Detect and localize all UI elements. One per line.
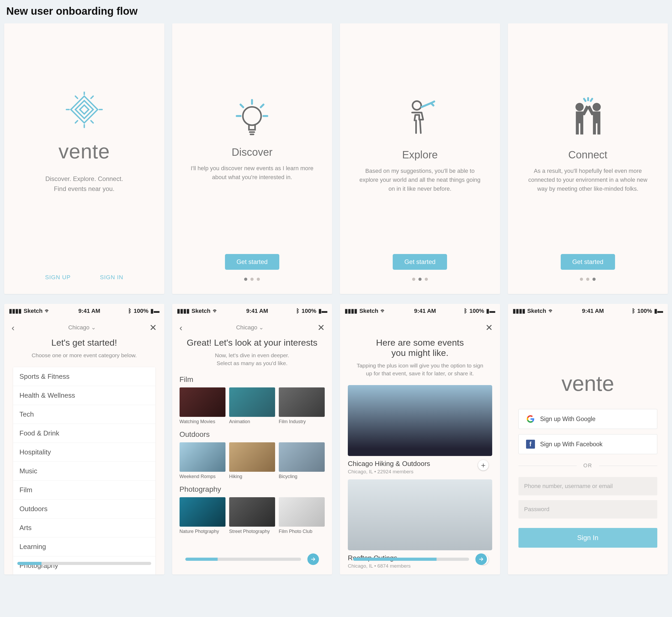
battery-icon: ▮▬ [318,307,327,315]
signal-icon: ▮▮▮▮ [345,307,357,315]
category-item[interactable]: Outdoors [13,499,155,519]
screen-connect: Connect As a result, you'll hopefully fe… [508,23,668,294]
page-dots [244,278,260,281]
event-meta: Chicago, IL • 22924 members [348,469,492,475]
brand-logo [62,92,106,136]
page-dots [412,278,428,281]
category-item[interactable]: Learning [13,538,155,556]
bluetooth-icon: ᛒ [296,307,300,315]
page-title: New user onboarding flow [0,3,672,23]
interest-tile[interactable]: Hiking [229,442,275,479]
username-field[interactable] [519,477,658,495]
screen-welcome: vente Discover. Explore. Connect. Find e… [4,23,164,294]
step-subtitle: Choose one or more event category below. [4,352,164,359]
interest-group-title: Photography [180,485,325,493]
step-subtitle: Tapping the plus icon will give you the … [340,362,500,378]
interest-tile[interactable]: Watching Movies [180,387,226,424]
event-card[interactable]: ＋ Chicago Hiking & Outdoors Chicago, IL … [348,385,492,475]
interest-group-title: Film [180,375,325,384]
screen-discover: Discover I'll help you discover new even… [172,23,332,294]
category-item[interactable]: Health & Wellness [13,386,155,405]
interest-tile[interactable]: Weekend Romps [180,442,226,479]
wifi-icon: ᯤ [45,307,50,315]
chevron-down-icon: ⌄ [259,324,264,331]
category-item[interactable]: Music [13,462,155,481]
progress-bar [185,558,301,561]
status-bar: ▮▮▮▮Sketchᯤ 9:41 AM ᛒ100%▮▬ [4,304,164,316]
svg-point-6 [412,101,421,110]
back-icon[interactable]: ‹ [12,325,14,330]
status-bar: ▮▮▮▮Sketchᯤ 9:41 AM ᛒ100%▮▬ [508,304,668,316]
interest-tile[interactable]: Animation [229,387,275,424]
screen-events: ▮▮▮▮Sketchᯤ 9:41 AM ᛒ100%▮▬ ✕ Here are s… [340,304,500,575]
explorer-icon [400,97,440,142]
svg-point-0 [243,107,261,125]
wifi-icon: ᯤ [380,307,386,315]
battery-icon: ▮▬ [150,307,159,315]
tagline: Discover. Explore. Connect. Find events … [45,174,123,194]
svg-line-9 [584,99,586,101]
category-item[interactable]: Tech [13,405,155,424]
back-icon[interactable]: ‹ [180,325,183,330]
svg-line-11 [591,99,593,101]
interest-tile[interactable]: Street Photography [229,497,275,534]
page-dots [580,278,596,281]
screen-signin: ▮▮▮▮Sketchᯤ 9:41 AM ᛒ100%▮▬ vente Sign u… [508,304,668,575]
interest-tile[interactable]: Bicycling [279,442,325,479]
next-button[interactable] [307,554,319,565]
signin-link[interactable]: SIGN IN [100,274,123,281]
city-picker[interactable]: Chicago ⌄ [236,324,264,331]
battery-icon: ▮▬ [486,307,495,315]
category-item[interactable]: Sports & Fitness [13,367,155,386]
interest-tile[interactable]: Nature Photgraphy [180,497,226,534]
wifi-icon: ᯤ [213,307,219,315]
get-started-button[interactable]: Get started [225,254,279,270]
progress-bar [353,558,469,561]
city-picker[interactable]: Chicago ⌄ [68,324,96,331]
close-icon[interactable]: ✕ [317,322,325,333]
category-item[interactable]: Hospitality [13,443,155,462]
highfive-icon [566,97,610,142]
category-item[interactable]: Photography [13,556,155,575]
onb-body: I'll help you discover new events as I l… [190,164,314,182]
or-divider: OR [519,462,658,469]
get-started-button[interactable]: Get started [393,254,447,270]
progress-bar [17,562,151,565]
signup-link[interactable]: SIGN UP [45,274,71,281]
next-button[interactable] [475,554,487,565]
bluetooth-icon: ᛒ [464,307,467,315]
interest-tile[interactable]: Film Photo Club [279,497,325,534]
status-bar: ▮▮▮▮Sketchᯤ 9:41 AM ᛒ100%▮▬ [172,304,332,316]
status-bar: ▮▮▮▮Sketchᯤ 9:41 AM ᛒ100%▮▬ [340,304,500,316]
interest-group-title: Outdoors [180,430,325,439]
step-title: Great! Let's look at your interests [172,338,332,348]
svg-point-7 [576,103,584,111]
google-icon [526,414,535,423]
facebook-icon: f [526,440,535,449]
brand-name: vente [562,371,614,396]
signal-icon: ▮▮▮▮ [177,307,190,315]
category-item[interactable]: Food & Drink [13,424,155,443]
signin-button[interactable]: Sign In [519,528,658,548]
close-icon[interactable]: ✕ [485,322,493,333]
google-signup-button[interactable]: Sign up With Google [519,409,658,429]
event-title: Chicago Hiking & Outdoors [348,460,492,468]
bluetooth-icon: ᛒ [128,307,131,315]
signal-icon: ▮▮▮▮ [513,307,525,315]
close-icon[interactable]: ✕ [149,322,157,333]
password-field[interactable] [519,500,658,519]
onb-title: Discover [232,146,273,158]
onb-body: As a result, you'll hopefully feel even … [526,167,649,193]
onb-title: Explore [402,149,438,161]
signal-icon: ▮▮▮▮ [9,307,22,315]
facebook-signup-button[interactable]: f Sign up With Facebook [519,434,658,454]
interest-tile[interactable]: Film Industry [279,387,325,424]
onb-body: Based on my suggestions, you'll be able … [358,167,482,193]
get-started-button[interactable]: Get started [561,254,615,270]
svg-point-8 [593,103,601,111]
step-title: Here are some eventsyou might like. [340,338,500,358]
category-item[interactable]: Arts [13,519,155,538]
category-item[interactable]: Film [13,481,155,499]
plus-icon[interactable]: ＋ [478,460,488,470]
svg-line-2 [241,105,243,107]
